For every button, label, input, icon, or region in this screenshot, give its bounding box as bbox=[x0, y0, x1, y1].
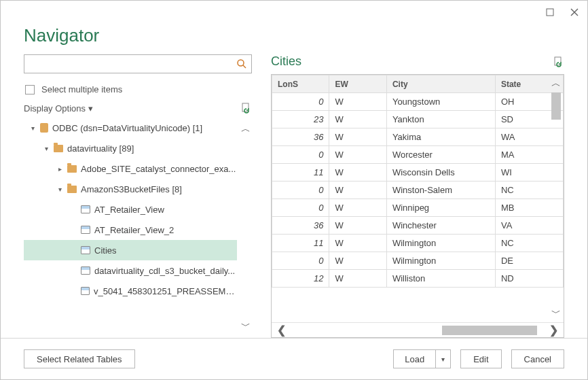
folder-icon bbox=[67, 186, 77, 193]
table-row[interactable]: 0WYoungstownOH bbox=[272, 93, 564, 111]
cell-city: Youngstown bbox=[386, 93, 495, 111]
cell-city: Wisconsin Dells bbox=[386, 164, 495, 182]
tree-vertical-scrollbar[interactable]: ︿ ﹀ bbox=[240, 123, 252, 332]
cell-ew: W bbox=[329, 111, 386, 128]
column-header-ew[interactable]: EW bbox=[329, 75, 386, 93]
display-options-dropdown[interactable]: Display Options bbox=[24, 103, 93, 114]
tree-item[interactable]: ▸v_5041_458301251_PREASSEMBL... bbox=[24, 281, 237, 301]
cell-ew: W bbox=[329, 199, 386, 217]
refresh-icon bbox=[553, 56, 564, 67]
scroll-down-icon[interactable]: ﹀ bbox=[241, 320, 251, 332]
maximize-button[interactable] bbox=[544, 6, 556, 18]
table-row[interactable]: 0WWorcesterMA bbox=[272, 146, 564, 164]
table-row[interactable]: 12WWillistonND bbox=[272, 270, 564, 288]
table-row[interactable]: 36WYakimaWA bbox=[272, 128, 564, 146]
edit-button[interactable]: Edit bbox=[460, 349, 501, 368]
cell-city: Wilmington bbox=[386, 235, 495, 252]
source-tree: ▾ODBC (dsn=DataVirtualityUnicode) [1]▾da… bbox=[24, 118, 252, 301]
collapse-icon[interactable]: ▾ bbox=[56, 186, 63, 193]
svg-rect-0 bbox=[547, 9, 553, 16]
scroll-left-icon[interactable]: ❮ bbox=[272, 324, 291, 336]
select-related-tables-button[interactable]: Select Related Tables bbox=[24, 349, 135, 368]
search-icon bbox=[236, 58, 247, 69]
table-row[interactable]: 0WWinnipegMB bbox=[272, 199, 564, 217]
table-row[interactable]: 0WWinston-SalemNC bbox=[272, 182, 564, 199]
collapse-icon[interactable]: ▾ bbox=[29, 124, 36, 132]
grid-horizontal-scrollbar[interactable]: ❮ ❯ bbox=[272, 322, 564, 337]
tree-item[interactable]: ▾datavirtuality [89] bbox=[24, 138, 237, 158]
cell-city: Yankton bbox=[386, 111, 495, 128]
tree-item-label: datavirtuality_cdl_s3_bucket_daily... bbox=[94, 266, 235, 276]
tree-item[interactable]: ▾ODBC (dsn=DataVirtualityUnicode) [1] bbox=[24, 118, 237, 138]
select-multiple-label: Select multiple items bbox=[41, 84, 122, 94]
tree-item-label: ODBC (dsn=DataVirtualityUnicode) [1] bbox=[52, 123, 202, 133]
cell-ew: W bbox=[329, 270, 386, 288]
data-grid: LonS EW City State 0WYoungstownOH23WYank… bbox=[271, 74, 564, 338]
cell-lons: 0 bbox=[272, 146, 329, 164]
select-multiple-checkbox[interactable]: Select multiple items bbox=[24, 82, 252, 103]
load-split-button: Load bbox=[393, 349, 451, 368]
cell-ew: W bbox=[329, 93, 386, 111]
scroll-up-icon[interactable]: ︿ bbox=[551, 75, 561, 92]
display-options-label: Display Options bbox=[24, 103, 86, 114]
tree-item[interactable]: ▸AT_Retailer_View bbox=[24, 199, 237, 220]
tree-item-label: Cities bbox=[94, 245, 117, 256]
close-icon bbox=[570, 8, 578, 16]
tree-item[interactable]: ▸AT_Retailer_View_2 bbox=[24, 220, 237, 240]
cell-city: Worcester bbox=[386, 146, 495, 164]
scroll-up-icon[interactable]: ︿ bbox=[241, 123, 251, 135]
cell-lons: 36 bbox=[272, 128, 329, 146]
scrollbar-thumb[interactable] bbox=[442, 326, 537, 335]
close-button[interactable] bbox=[568, 6, 581, 18]
cancel-button[interactable]: Cancel bbox=[511, 349, 564, 368]
preview-refresh-button[interactable] bbox=[553, 56, 564, 67]
scrollbar-thumb[interactable] bbox=[551, 92, 561, 120]
refresh-button[interactable] bbox=[241, 103, 252, 114]
load-dropdown-button[interactable] bbox=[436, 349, 451, 368]
cell-ew: W bbox=[329, 182, 386, 199]
search-input[interactable] bbox=[24, 55, 251, 73]
cell-city: Wilmington bbox=[386, 252, 495, 270]
tree-item[interactable]: ▸datavirtuality_cdl_s3_bucket_daily... bbox=[24, 260, 237, 281]
collapse-icon[interactable]: ▾ bbox=[43, 145, 50, 152]
titlebar bbox=[1, 1, 587, 21]
cell-lons: 0 bbox=[272, 199, 329, 217]
table-row[interactable]: 36WWinchesterVA bbox=[272, 217, 564, 235]
chevron-down-icon bbox=[88, 103, 93, 114]
table-row[interactable]: 0WWilmingtonDE bbox=[272, 252, 564, 270]
tree-item[interactable]: ▸Adobe_SITE_catalyst_connector_exa... bbox=[24, 158, 237, 179]
table-icon bbox=[81, 287, 90, 295]
table-header-row: LonS EW City State bbox=[272, 75, 564, 93]
load-button[interactable]: Load bbox=[393, 349, 436, 368]
cell-lons: 0 bbox=[272, 182, 329, 199]
expand-icon[interactable]: ▸ bbox=[56, 165, 63, 173]
preview-title: Cities bbox=[271, 54, 553, 69]
cell-ew: W bbox=[329, 235, 386, 252]
scroll-right-icon[interactable]: ❯ bbox=[544, 324, 564, 336]
grid-vertical-scrollbar[interactable]: ︿ ﹀ bbox=[551, 75, 562, 322]
table-icon bbox=[81, 205, 90, 213]
tree-item-label: v_5041_458301251_PREASSEMBL... bbox=[94, 286, 237, 296]
tree-item-label: Adobe_SITE_catalyst_connector_exa... bbox=[81, 164, 236, 174]
cell-ew: W bbox=[329, 252, 386, 270]
table-icon bbox=[81, 226, 90, 234]
search-box[interactable] bbox=[24, 54, 252, 73]
column-header-city[interactable]: City bbox=[386, 75, 495, 93]
table-row[interactable]: 11WWilmingtonNC bbox=[272, 235, 564, 252]
maximize-icon bbox=[546, 8, 554, 16]
cell-lons: 0 bbox=[272, 93, 329, 111]
tree-item[interactable]: ▸Cities bbox=[24, 240, 237, 260]
scroll-down-icon[interactable]: ﹀ bbox=[551, 305, 561, 322]
svg-point-3 bbox=[238, 60, 244, 66]
tree-item[interactable]: ▾AmazonS3BucketFiles [8] bbox=[24, 179, 237, 199]
cell-lons: 0 bbox=[272, 252, 329, 270]
database-icon bbox=[40, 123, 48, 133]
table-row[interactable]: 23WYanktonSD bbox=[272, 111, 564, 128]
column-header-lons[interactable]: LonS bbox=[272, 75, 329, 93]
cell-lons: 11 bbox=[272, 164, 329, 182]
table-row[interactable]: 11WWisconsin DellsWI bbox=[272, 164, 564, 182]
cell-city: Winnipeg bbox=[386, 199, 495, 217]
tree-item-label: AT_Retailer_View bbox=[94, 205, 164, 215]
folder-icon bbox=[67, 165, 77, 173]
cell-lons: 36 bbox=[272, 217, 329, 235]
